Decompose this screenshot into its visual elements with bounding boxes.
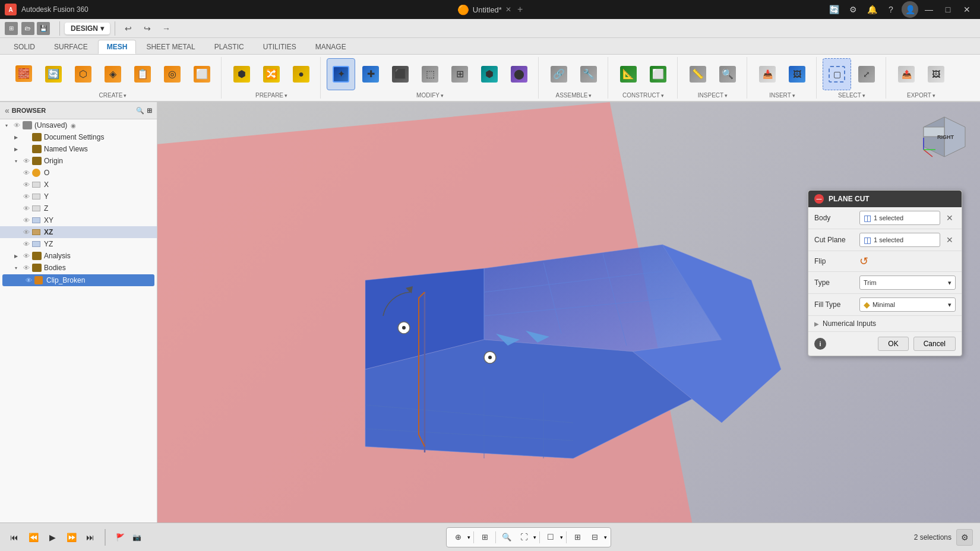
browser-item-named-views[interactable]: ▶ Named Views — [0, 143, 157, 155]
visibility-icon-origin[interactable]: 👁 — [21, 156, 31, 166]
display-mode-btn[interactable]: ☐ — [543, 530, 558, 545]
orbit-btn[interactable]: ⊕ — [450, 530, 466, 545]
browser-item-xz[interactable]: 👁 XZ — [0, 226, 157, 238]
browser-item-xy[interactable]: 👁 XY — [0, 214, 157, 226]
flip-button[interactable]: ↺ — [859, 255, 868, 268]
info-button[interactable]: i — [814, 338, 826, 350]
viewcube[interactable]: RIGHT — [921, 114, 968, 162]
export-btn-2[interactable]: 🖼 — [922, 58, 950, 90]
create-btn-7[interactable]: ⬜ — [188, 58, 216, 90]
play-end-btn[interactable]: ⏭ — [83, 530, 97, 544]
prepare-btn-2[interactable]: 🔀 — [257, 58, 286, 90]
pan-btn[interactable]: ⊞ — [477, 530, 492, 545]
tab-surface[interactable]: SURFACE — [45, 40, 97, 54]
browser-item-origin[interactable]: ▾ 👁 Origin — [0, 155, 157, 167]
new-tab-icon[interactable]: + — [517, 4, 523, 15]
tab-close-icon[interactable]: ✕ — [505, 5, 511, 14]
modify-btn-7[interactable]: ⬤ — [505, 58, 533, 90]
modify-btn-3[interactable]: ⬛ — [386, 58, 415, 90]
prepare-label[interactable]: PREPARE — [255, 92, 287, 99]
visibility-icon-xz[interactable]: 👁 — [21, 227, 31, 237]
tab-plastic[interactable]: PLASTIC — [206, 40, 253, 54]
visibility-icon-xy[interactable]: 👁 — [21, 216, 31, 225]
browser-item-bodies[interactable]: ▾ 👁 Bodies — [0, 262, 157, 274]
browser-item-o[interactable]: 👁 O — [0, 167, 157, 179]
body-clear-btn[interactable]: ✕ — [944, 212, 956, 224]
browser-search-icon[interactable]: 🔍 — [136, 107, 144, 115]
browser-item-y[interactable]: 👁 Y — [0, 191, 157, 202]
export-label[interactable]: EXPORT — [907, 92, 935, 99]
browser-item-analysis[interactable]: ▶ 👁 Analysis — [0, 250, 157, 262]
browser-item-unsaved[interactable]: ▾ 👁 (Unsaved) ◉ — [0, 119, 157, 131]
settings-btn[interactable]: ⚙ — [956, 529, 973, 546]
fit-btn[interactable]: ⛶ — [516, 530, 532, 545]
export-btn-1[interactable]: 📤 — [892, 58, 921, 90]
modify-btn-5[interactable]: ⊞ — [445, 58, 474, 90]
insert-btn-2[interactable]: 🖼 — [783, 58, 811, 90]
bell-icon[interactable]: 🔔 — [864, 1, 880, 18]
grid-dropdown-arrow[interactable]: ▾ — [604, 534, 607, 540]
inspect-btn-2[interactable]: 🔍 — [713, 58, 742, 90]
insert-btn-1[interactable]: 📥 — [753, 58, 782, 90]
play-btn[interactable]: ▶ — [45, 530, 59, 544]
tab-solid[interactable]: SOLID — [5, 40, 44, 54]
close-button[interactable]: ✕ — [959, 1, 975, 18]
create-btn-4[interactable]: ◈ — [99, 58, 127, 90]
timeline-camera-icon[interactable]: 📷 — [129, 530, 144, 544]
grid-btn[interactable]: ⊞ — [570, 530, 585, 545]
grid-menu-icon[interactable]: ⊞ — [5, 22, 18, 35]
browser-item-doc-settings[interactable]: ▶ Document Settings — [0, 131, 157, 143]
timeline-flag-icon[interactable]: 🚩 — [113, 530, 127, 544]
account-icon[interactable]: ⚙ — [845, 1, 861, 18]
file-icon[interactable]: 🗁 — [21, 22, 34, 35]
help-icon[interactable]: 🔄 — [826, 1, 842, 18]
display-dropdown-arrow[interactable]: ▾ — [560, 534, 563, 540]
prepare-btn-3[interactable]: ● — [287, 58, 315, 90]
visibility-icon-bodies[interactable]: 👁 — [21, 263, 31, 273]
tab-mesh[interactable]: MESH — [98, 40, 137, 54]
workspace-design-btn[interactable]: DESIGN ▾ — [65, 23, 110, 34]
construct-label[interactable]: CONSTRUCT — [622, 92, 664, 99]
visibility-icon-z[interactable]: 👁 — [21, 204, 31, 213]
body-selector[interactable]: ◫ 1 selected — [859, 211, 940, 225]
nav-forward-btn[interactable]: → — [158, 20, 175, 37]
redo-btn[interactable]: ↪ — [139, 20, 156, 37]
zoom-dropdown-arrow[interactable]: ▾ — [533, 534, 536, 540]
question-icon[interactable]: ? — [883, 1, 899, 18]
visibility-icon-doc[interactable] — [21, 132, 31, 142]
assemble-btn-2[interactable]: 🔧 — [574, 58, 603, 90]
modify-btn-4[interactable]: ⬚ — [416, 58, 444, 90]
insert-label[interactable]: INSERT — [769, 92, 795, 99]
modify-btn-6[interactable]: ⬢ — [475, 58, 504, 90]
browser-item-x[interactable]: 👁 X — [0, 179, 157, 191]
visibility-icon-o[interactable]: 👁 — [21, 168, 31, 178]
panel-row-numerical-inputs[interactable]: ▶ Numerical Inputs — [808, 316, 962, 332]
assemble-label[interactable]: ASSEMBLE — [556, 92, 592, 99]
browser-item-clip-broken[interactable]: 👁 Clip_Broken — [2, 274, 154, 286]
zoom-btn[interactable]: 🔍 — [499, 530, 514, 545]
browser-expand-icon[interactable]: ⊞ — [147, 107, 152, 115]
tab-sheet-metal[interactable]: SHEET METAL — [137, 40, 204, 54]
visibility-icon-analysis[interactable]: 👁 — [21, 251, 31, 261]
plane-cut-close-btn[interactable]: — — [814, 194, 824, 204]
create-label[interactable]: CREATE — [99, 92, 127, 99]
play-prev-btn[interactable]: ⏪ — [26, 530, 40, 544]
select-btn-2[interactable]: ⤢ — [852, 58, 881, 90]
cut-plane-selector[interactable]: ◫ 1 selected — [859, 233, 940, 247]
tab-utilities[interactable]: UTILITIES — [254, 40, 305, 54]
orbit-dropdown-arrow[interactable]: ▾ — [467, 534, 470, 540]
prepare-btn-1[interactable]: ⬢ — [227, 58, 256, 90]
visibility-icon-clip[interactable]: 👁 — [24, 276, 33, 285]
minimize-button[interactable]: — — [921, 1, 937, 18]
modify-label[interactable]: MODIFY — [416, 92, 444, 99]
create-btn-6[interactable]: ◎ — [158, 58, 186, 90]
inspect-label[interactable]: INSPECT — [698, 92, 728, 99]
maximize-button[interactable]: □ — [940, 1, 956, 18]
create-btn-3[interactable]: ⬡ — [69, 58, 97, 90]
select-label[interactable]: SELECT — [838, 92, 865, 99]
cut-plane-clear-btn[interactable]: ✕ — [944, 234, 956, 246]
user-icon[interactable]: 👤 — [902, 1, 918, 18]
fill-type-dropdown[interactable]: ◆ Minimal ▾ — [859, 297, 956, 312]
play-begin-btn[interactable]: ⏮ — [7, 530, 21, 544]
visibility-icon-yz[interactable]: 👁 — [21, 239, 31, 249]
